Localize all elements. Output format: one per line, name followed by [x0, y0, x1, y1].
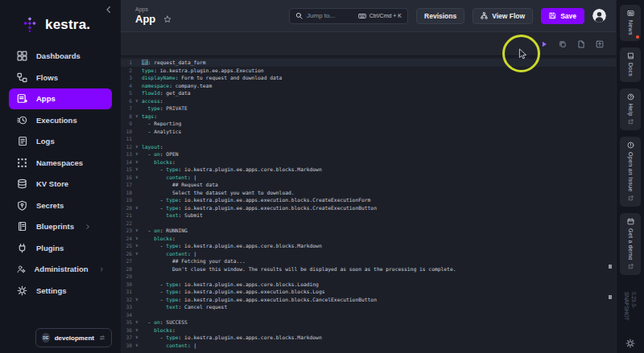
code-line[interactable]: 28 Don't close this window. The results …: [121, 265, 616, 273]
fold-icon[interactable]: ∨: [132, 227, 142, 235]
fold-icon[interactable]: ∨: [132, 97, 142, 105]
fold-icon[interactable]: ∨: [132, 143, 142, 151]
external-link-icon: [628, 264, 634, 269]
play-icon[interactable]: [540, 40, 548, 48]
sidebar-item-administration[interactable]: Administration: [9, 259, 112, 280]
fold-icon[interactable]: ∨: [132, 235, 142, 243]
fold-icon[interactable]: ∨: [132, 296, 142, 304]
jump-to-search[interactable]: Jump to... Ctrl/Cmd + K: [289, 8, 408, 24]
code-line[interactable]: 9 - Reporting: [121, 120, 616, 128]
sidebar-item-plugins[interactable]: Plugins: [9, 238, 112, 259]
code-line[interactable]: 13∨ - on: OPEN: [121, 150, 616, 158]
fold-icon[interactable]: ∨: [132, 342, 142, 350]
tenant-switcher[interactable]: DE development: [35, 328, 112, 347]
view-flow-button[interactable]: View Flow: [473, 8, 533, 24]
favorite-icon[interactable]: [163, 15, 171, 23]
fold-icon[interactable]: ∨: [132, 326, 142, 335]
code-line[interactable]: 26∨ content: |: [121, 250, 616, 258]
save-button[interactable]: Save: [541, 8, 584, 24]
breadcrumb[interactable]: Apps: [135, 6, 171, 12]
code-line[interactable]: 5flowId: get_data: [121, 89, 616, 97]
yaml-editor[interactable]: 1id: request_data_form2type: io.kestra.p…: [121, 56, 616, 353]
code-line[interactable]: 30 - type: io.kestra.plugin.ee.apps.core…: [121, 281, 616, 289]
instance-settings-icon[interactable]: [625, 339, 635, 348]
code-line[interactable]: 27 ## Fetching your data...: [121, 257, 616, 265]
rail-item-news[interactable]: News: [620, 5, 641, 41]
search-placeholder: Jump to...: [307, 12, 335, 19]
code-line[interactable]: 35∨ - on: SUCCESS: [121, 318, 616, 326]
revisions-label: Revisions: [424, 12, 456, 20]
code-line[interactable]: 3displayName: Form to request and downlo…: [121, 74, 616, 82]
sidebar-item-dashboards[interactable]: Dashboards: [9, 46, 112, 67]
export-icon[interactable]: [596, 40, 604, 48]
collapse-sidebar-button[interactable]: [104, 5, 114, 14]
code-line[interactable]: 32∨ - type: io.kestra.plugin.ee.apps.exe…: [121, 296, 616, 304]
code-line[interactable]: 29: [121, 273, 616, 281]
code-line[interactable]: 24∨ blocks:: [121, 235, 616, 243]
fold-icon[interactable]: ∨: [132, 174, 142, 182]
sidebar-item-apps[interactable]: Apps: [9, 88, 112, 109]
rail-item-docs[interactable]: Docs: [620, 47, 641, 82]
sidebar-item-namespaces[interactable]: Namespaces: [9, 153, 112, 174]
code-line[interactable]: 38∨ content: |: [121, 342, 616, 350]
code-line[interactable]: 21 text: Submit: [121, 211, 616, 220]
code-line[interactable]: 2type: io.kestra.plugin.ee.apps.Executio…: [121, 67, 616, 75]
fold-icon[interactable]: ∨: [132, 242, 142, 250]
code-line[interactable]: 36∨ blocks:: [121, 326, 616, 335]
code-text: ## Fetching your data...: [142, 257, 246, 265]
rail-item-help[interactable]: Help: [620, 88, 641, 131]
copy-icon[interactable]: [559, 40, 567, 48]
sidebar-item-logs[interactable]: Logs: [9, 131, 112, 152]
code-line[interactable]: 19 - type: io.kestra.plugin.ee.apps.exec…: [121, 196, 616, 204]
code-line[interactable]: 17 ## Request data: [121, 181, 616, 189]
user-avatar[interactable]: [592, 9, 606, 23]
sidebar-item-blueprints[interactable]: Blueprints: [9, 216, 112, 237]
file-icon[interactable]: [577, 40, 585, 48]
sidebar-item-kv-store[interactable]: KV Store: [9, 174, 112, 195]
fold-icon[interactable]: ∨: [132, 150, 142, 158]
code-line[interactable]: 20∨ - type: io.kestra.plugin.ee.apps.exe…: [121, 204, 616, 212]
brand-name: kestra.: [45, 17, 90, 33]
code-line[interactable]: 7 type: PRIVATE: [121, 105, 616, 113]
code-line[interactable]: 1id: request_data_form: [121, 59, 616, 67]
line-number: 31: [121, 288, 132, 296]
kestra-logo[interactable]: kestra.: [0, 0, 121, 34]
line-number: 37: [121, 334, 132, 342]
rail-item-open-an-issue[interactable]: Open an Issue: [620, 137, 641, 206]
code-line[interactable]: 31 - type: io.kestra.plugin.ee.apps.exec…: [121, 288, 616, 296]
revisions-button[interactable]: Revisions: [416, 8, 464, 24]
newspaper-icon: [627, 10, 634, 17]
fold-icon[interactable]: ∨: [132, 250, 142, 258]
overview-ruler-mark: [609, 265, 612, 269]
code-line[interactable]: 12∨layout:: [121, 143, 616, 151]
fold-icon[interactable]: ∨: [132, 158, 142, 166]
rail-item-get-a-demo[interactable]: Get a demo: [620, 213, 641, 275]
code-line[interactable]: 37∨ - type: io.kestra.plugin.ee.apps.cor…: [121, 334, 616, 342]
code-text: type: io.kestra.plugin.ee.apps.Execution: [142, 67, 264, 75]
code-line[interactable]: 22: [121, 220, 616, 228]
code-line[interactable]: 16∨ content: |: [121, 174, 616, 182]
fold-icon[interactable]: ∨: [132, 204, 142, 212]
sidebar-item-secrets[interactable]: Secrets: [9, 195, 112, 216]
fold-icon[interactable]: ∨: [132, 166, 142, 174]
code-line[interactable]: 10 - Analytics: [121, 128, 616, 136]
code-text: id: request_data_form: [142, 59, 206, 67]
code-line[interactable]: 8∨tags:: [121, 113, 616, 121]
code-line[interactable]: 14∨ blocks:: [121, 158, 616, 166]
fold-icon[interactable]: ∨: [132, 113, 142, 121]
fold-icon[interactable]: ∨: [132, 334, 142, 342]
code-line[interactable]: 18 Select the dataset you want to downlo…: [121, 189, 616, 197]
sidebar-item-flows[interactable]: Flows: [9, 68, 112, 88]
code-line[interactable]: 6∨access:: [121, 97, 616, 105]
sidebar-item-settings[interactable]: Settings: [9, 281, 112, 302]
code-line[interactable]: 15∨ - type: io.kestra.plugin.ee.apps.cor…: [121, 166, 616, 174]
code-line[interactable]: 23∨ - on: RUNNING: [121, 227, 616, 235]
code-line[interactable]: 33 text: Cancel request: [121, 303, 616, 311]
sidebar-item-executions[interactable]: Executions: [9, 110, 112, 131]
code-line[interactable]: 4namespace: company.team: [121, 82, 616, 90]
fold-icon[interactable]: ∨: [132, 318, 142, 326]
chevron-right-icon: [85, 224, 91, 230]
code-line[interactable]: 25∨ - type: io.kestra.plugin.ee.apps.cor…: [121, 242, 616, 250]
code-line[interactable]: 34: [121, 311, 616, 319]
code-line[interactable]: 11: [121, 135, 616, 143]
